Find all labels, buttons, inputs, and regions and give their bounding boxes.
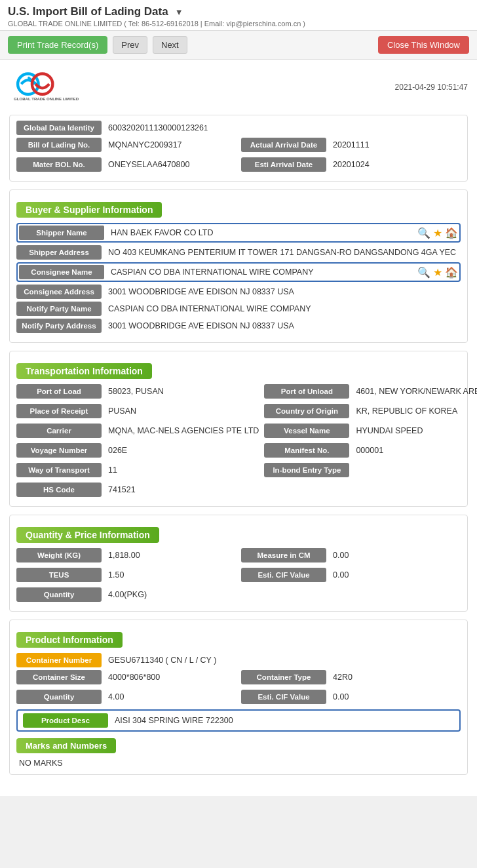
esti-arrival-value: 20201024: [326, 160, 461, 169]
hs-code-label: HS Code: [16, 483, 102, 497]
buyer-supplier-header: Buyer & Supplier Information: [16, 202, 162, 218]
shipper-name-label: Shipper Name: [19, 226, 104, 240]
consignee-icons: 🔍 ★ 🏠: [417, 266, 458, 279]
port-of-unload-label: Port of Unload: [264, 384, 349, 399]
global-data-identity-label: Global Data Identity: [16, 121, 102, 135]
prev-button[interactable]: Prev: [113, 36, 147, 54]
container-size-row: Container Size 4000*806*800: [16, 670, 236, 684]
manifest-no-value: 000001: [349, 446, 477, 455]
transportation-section: Transportation Information Port of Load …: [9, 351, 468, 507]
shipper-name-row: Shipper Name HAN BAEK FAVOR CO LTD 🔍 ★ 🏠: [16, 223, 461, 243]
teus-label: TEUS: [16, 568, 102, 582]
product-desc-value: AISI 304 SPRING WIRE 722300: [108, 713, 454, 725]
product-section: Product Information Container Number GES…: [9, 620, 468, 775]
product-header: Product Information: [16, 632, 123, 648]
header-subtitle: GLOBAL TRADE ONLINE LIMITED ( Tel: 86-51…: [8, 20, 469, 28]
voyage-number-value: 026E: [102, 446, 259, 455]
country-of-origin-label: Country of Origin: [264, 404, 349, 418]
close-button[interactable]: Close This Window: [378, 36, 469, 54]
timestamp: 2021-04-29 10:51:47: [395, 83, 468, 92]
port-of-unload-value: 4601, NEW YORK/NEWARK AREA, NEW: [349, 387, 477, 396]
manifest-no-label: Manifest No.: [264, 443, 349, 458]
way-of-transport-value: 11: [102, 465, 259, 475]
weight-row: Weight (KG) 1,818.00: [16, 548, 236, 562]
master-bol-row: Mater BOL No. ONEYSELAA6470800: [16, 157, 236, 172]
carrier-value: MQNA, MAC-NELS AGENCIES PTE LTD: [102, 426, 259, 435]
country-of-origin-value: KR, REPUBLIC OF KOREA: [349, 406, 477, 416]
consignee-address-value: 3001 WOODBRIDGE AVE EDISON NJ 08337 USA: [102, 287, 461, 296]
toolbar: Print Trade Record(s) Prev Next Close Th…: [0, 31, 477, 60]
quantity-value: 4.00(PKG): [102, 590, 461, 599]
star-icon[interactable]: ★: [433, 227, 442, 239]
global-data-identity-value: 6003202011130000123261: [102, 123, 461, 132]
container-number-label: Container Number: [16, 653, 102, 667]
vessel-name-label: Vessel Name: [264, 424, 349, 438]
consignee-address-label: Consignee Address: [16, 285, 102, 299]
weight-label: Weight (KG): [16, 548, 102, 562]
manifest-no-row: Manifest No. 000001: [264, 443, 477, 458]
vessel-name-value: HYUNDAI SPEED: [349, 426, 477, 435]
consignee-name-row: Consignee Name CASPIAN CO DBA INTERNATIO…: [16, 262, 461, 282]
shipper-address-value: NO 403 KEUMKANG PENTERIUM IT TOWER 171 D…: [102, 248, 461, 257]
logo-row: GLOBAL TRADE ONLINE LIMITED 2021-04-29 1…: [9, 66, 468, 108]
esti-cif-value: 0.00: [326, 570, 461, 580]
shipper-address-label: Shipper Address: [16, 245, 102, 260]
voyage-number-label: Voyage Number: [16, 443, 102, 458]
global-data-identity-row: Global Data Identity 6003202011130000123…: [16, 121, 461, 135]
esti-arrival-label: Esti Arrival Date: [241, 157, 326, 172]
actual-arrival-date-value: 20201111: [326, 140, 461, 149]
measure-value: 0.00: [326, 551, 461, 560]
shipper-address-row: Shipper Address NO 403 KEUMKANG PENTERIU…: [16, 245, 461, 260]
container-number-row: Container Number GESU6711340 ( CN / L / …: [16, 653, 461, 667]
quantity-price-section: Quantity & Price Information Weight (KG)…: [9, 515, 468, 612]
bill-of-lading-value: MQNANYC2009317: [102, 140, 236, 149]
consignee-home-icon[interactable]: 🏠: [445, 266, 458, 279]
esti-cif-row: Esti. CIF Value 0.00: [241, 568, 461, 582]
consignee-star-icon[interactable]: ★: [433, 266, 442, 279]
way-of-transport-label: Way of Transport: [16, 463, 102, 477]
country-of-origin-row: Country of Origin KR, REPUBLIC OF KOREA: [264, 404, 477, 418]
teus-row: TEUS 1.50: [16, 568, 236, 582]
bill-of-lading-row: Bill of Lading No. MQNANYC2009317: [16, 138, 236, 152]
search-icon[interactable]: 🔍: [417, 227, 430, 239]
transportation-header: Transportation Information: [16, 363, 152, 379]
container-type-label: Container Type: [241, 670, 326, 684]
consignee-name-value: CASPIAN CO DBA INTERNATIONAL WIRE COMPAN…: [104, 267, 412, 277]
product-quantity-value: 4.00: [102, 692, 236, 701]
actual-arrival-date-row: Actual Arrival Date 20201111: [241, 138, 461, 152]
place-of-receipt-value: PUSAN: [102, 406, 259, 416]
svg-text:GLOBAL TRADE ONLINE LIMITED: GLOBAL TRADE ONLINE LIMITED: [14, 96, 79, 101]
carrier-row: Carrier MQNA, MAC-NELS AGENCIES PTE LTD: [16, 424, 259, 438]
notify-party-name-value: CASPIAN CO DBA INTERNATIONAL WIRE COMPAN…: [102, 304, 461, 313]
actual-arrival-date-label: Actual Arrival Date: [241, 138, 326, 152]
product-quantity-row: Quantity 4.00: [16, 690, 236, 704]
consignee-search-icon[interactable]: 🔍: [417, 266, 430, 279]
notify-party-name-row: Notify Party Name CASPIAN CO DBA INTERNA…: [16, 302, 461, 316]
page-title: U.S. Import Bill of Lading Data ▼: [8, 5, 469, 18]
master-bol-value: ONEYSELAA6470800: [102, 160, 236, 169]
next-button[interactable]: Next: [153, 36, 187, 54]
product-esti-cif-label: Esti. CIF Value: [241, 690, 326, 704]
voyage-number-row: Voyage Number 026E: [16, 443, 259, 458]
way-of-transport-row: Way of Transport 11: [16, 463, 259, 477]
teus-value: 1.50: [102, 570, 236, 580]
company-logo: GLOBAL TRADE ONLINE LIMITED: [9, 71, 81, 103]
product-esti-cif-value: 0.00: [326, 692, 461, 701]
bill-of-lading-label: Bill of Lading No.: [16, 138, 102, 152]
port-of-load-label: Port of Load: [16, 384, 102, 399]
measure-label: Measure in CM: [241, 548, 326, 562]
print-button[interactable]: Print Trade Record(s): [8, 36, 107, 54]
top-info-section: Global Data Identity 6003202011130000123…: [9, 115, 468, 182]
hs-code-value: 741521: [102, 485, 461, 494]
container-number-value: GESU6711340 ( CN / L / CY ): [102, 656, 461, 665]
buyer-supplier-section: Buyer & Supplier Information Shipper Nam…: [9, 189, 468, 343]
hs-code-row: HS Code 741521: [16, 483, 461, 497]
inbond-entry-row: In-bond Entry Type: [264, 463, 477, 477]
quantity-price-header: Quantity & Price Information: [16, 527, 159, 543]
notify-party-name-label: Notify Party Name: [16, 302, 102, 316]
port-of-unload-row: Port of Unload 4601, NEW YORK/NEWARK ARE…: [264, 384, 477, 399]
main-content: GLOBAL TRADE ONLINE LIMITED 2021-04-29 1…: [0, 60, 477, 796]
place-of-receipt-label: Place of Receipt: [16, 404, 102, 418]
dropdown-icon[interactable]: ▼: [175, 7, 183, 17]
home-icon[interactable]: 🏠: [445, 227, 458, 239]
